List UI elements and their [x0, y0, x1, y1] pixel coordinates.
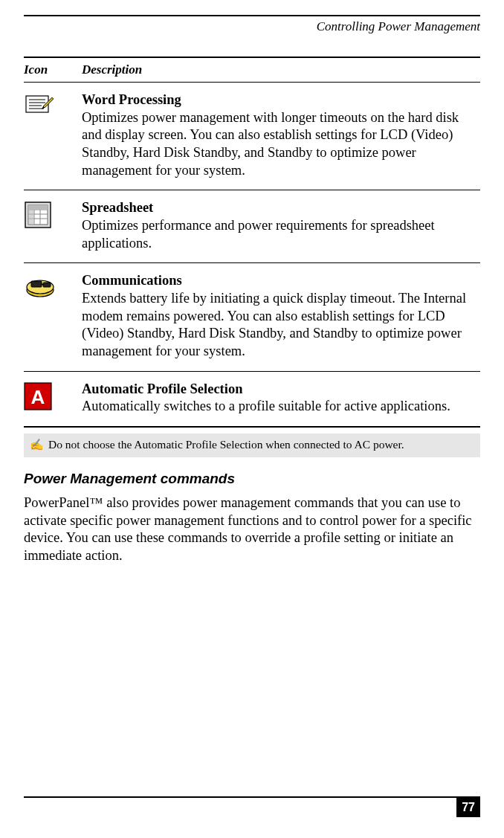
- icon-cell: A: [24, 381, 82, 416]
- row-text: Optimizes performance and power requirem…: [82, 218, 435, 251]
- row-text: Optimizes power management with longer t…: [82, 110, 459, 178]
- svg-rect-19: [43, 283, 51, 287]
- description-cell: Spreadsheet Optimizes performance and po…: [82, 199, 480, 252]
- footer-rule: [24, 796, 480, 798]
- table-header-description: Description: [82, 62, 480, 77]
- spreadsheet-icon: [24, 201, 54, 231]
- table-header-icon: Icon: [24, 62, 82, 77]
- svg-line-20: [42, 284, 43, 285]
- row-text: Extends battery life by initiating a qui…: [82, 291, 466, 358]
- icon-cell: [24, 272, 82, 360]
- section-heading: Power Management commands: [24, 471, 480, 487]
- table-row: Word Processing Optimizes power manageme…: [24, 83, 480, 190]
- row-title: Communications: [82, 273, 182, 288]
- running-header: Controlling Power Management: [24, 19, 480, 34]
- row-title: Word Processing: [82, 92, 181, 107]
- section-body: PowerPanel™ also provides power manageme…: [24, 494, 480, 565]
- table-row: Spreadsheet Optimizes performance and po…: [24, 190, 480, 263]
- word-processing-icon: [24, 93, 54, 120]
- table-row: Communications Extends battery life by i…: [24, 263, 480, 371]
- page-number: 77: [456, 798, 480, 817]
- footer: 77: [24, 796, 480, 817]
- note-text: Do not choose the Automatic Profile Sele…: [48, 438, 404, 451]
- note-box: ✍ Do not choose the Automatic Profile Se…: [24, 433, 480, 457]
- svg-text:A: A: [31, 386, 45, 408]
- description-cell: Word Processing Optimizes power manageme…: [82, 91, 480, 179]
- svg-rect-15: [28, 205, 34, 225]
- row-title: Spreadsheet: [82, 200, 153, 215]
- communications-icon: [24, 274, 56, 299]
- icon-cell: [24, 91, 82, 179]
- automatic-profile-icon: A: [24, 382, 52, 410]
- row-text: Automatically switches to a profile suit…: [82, 399, 450, 413]
- svg-rect-18: [31, 281, 42, 287]
- table-row: A Automatic Profile Selection Automatica…: [24, 372, 480, 428]
- row-title: Automatic Profile Selection: [82, 381, 242, 396]
- description-cell: Communications Extends battery life by i…: [82, 272, 480, 360]
- header-rule: [24, 15, 480, 16]
- table-header-row: Icon Description: [24, 57, 480, 83]
- description-cell: Automatic Profile Selection Automaticall…: [82, 381, 480, 416]
- page: Controlling Power Management Icon Descri…: [0, 0, 504, 838]
- icon-cell: [24, 199, 82, 252]
- note-icon: ✍: [30, 438, 44, 451]
